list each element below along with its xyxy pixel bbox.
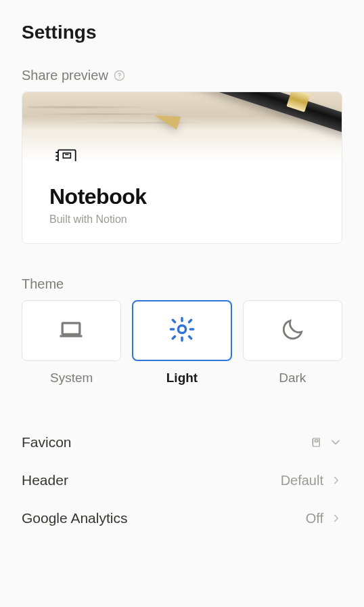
setting-row-header[interactable]: Header Default xyxy=(22,461,342,499)
chevron-right-icon xyxy=(330,512,342,524)
preview-cover-image xyxy=(22,92,342,161)
theme-label-system: System xyxy=(22,371,121,385)
setting-name-header: Header xyxy=(22,472,68,488)
svg-rect-10 xyxy=(62,323,80,335)
chevron-down-icon xyxy=(329,436,342,449)
moon-icon xyxy=(280,316,306,345)
theme-option-dark[interactable] xyxy=(243,300,342,361)
preview-title: Notebook xyxy=(49,184,315,209)
setting-row-favicon[interactable]: Favicon xyxy=(22,423,342,461)
chevron-right-icon xyxy=(330,474,342,486)
theme-label-dark: Dark xyxy=(243,371,342,385)
setting-value-header: Default xyxy=(281,473,342,488)
setting-value-google-analytics: Off xyxy=(306,511,342,526)
svg-rect-22 xyxy=(315,440,319,442)
laptop-icon xyxy=(56,314,86,347)
theme-option-light[interactable] xyxy=(132,300,233,361)
setting-row-google-analytics[interactable]: Google Analytics Off xyxy=(22,499,342,537)
theme-option-labels: System Light Dark xyxy=(22,371,342,385)
share-preview-label: Share preview xyxy=(22,68,108,83)
svg-point-12 xyxy=(178,325,185,333)
svg-line-19 xyxy=(173,337,175,339)
svg-line-20 xyxy=(189,320,191,322)
svg-line-15 xyxy=(173,320,175,322)
preview-subtitle: Built with Notion xyxy=(49,213,315,226)
theme-label: Theme xyxy=(22,276,342,292)
notebook-icon xyxy=(49,144,82,161)
notebook-mini-icon xyxy=(310,436,322,448)
theme-label-light: Light xyxy=(132,371,231,385)
svg-rect-2 xyxy=(58,150,76,161)
theme-options xyxy=(22,300,342,361)
sun-icon xyxy=(168,315,196,346)
svg-point-1 xyxy=(119,78,120,79)
help-icon[interactable] xyxy=(114,70,126,82)
setting-name-favicon: Favicon xyxy=(22,434,72,451)
theme-option-system[interactable] xyxy=(22,300,121,361)
share-preview-card: Notebook Built with Notion xyxy=(22,91,342,244)
page-title: Settings xyxy=(22,22,342,43)
svg-line-16 xyxy=(189,337,191,339)
share-preview-label-row: Share preview xyxy=(22,68,342,83)
setting-name-google-analytics: Google Analytics xyxy=(22,510,127,526)
setting-value-favicon xyxy=(310,436,342,449)
preview-body: Notebook Built with Notion xyxy=(22,161,342,243)
